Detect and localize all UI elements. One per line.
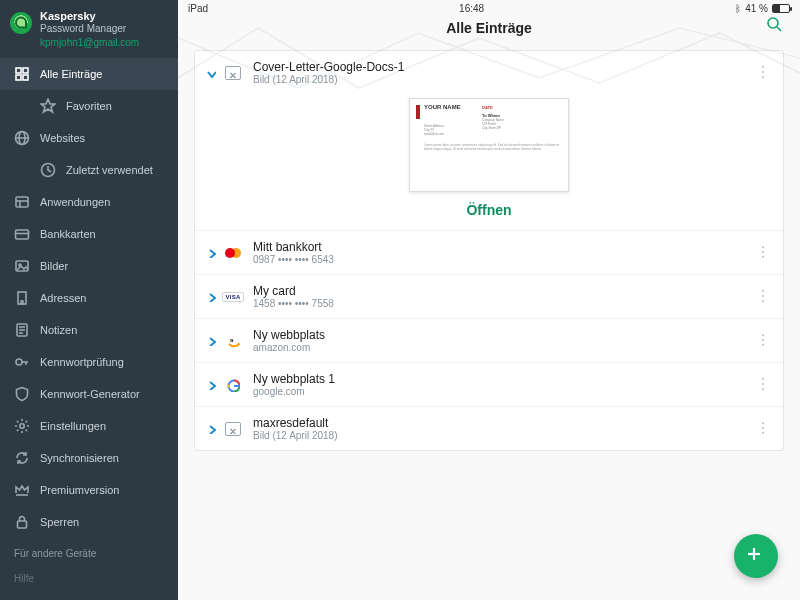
sidebar-item-lock[interactable]: Sperren [0, 506, 178, 538]
sidebar-item-password-check[interactable]: Kennwortprüfung [0, 346, 178, 378]
main-area: iPad 16:48 ᛒ 41 % Alle Einträge Cover-Le… [178, 0, 800, 600]
sidebar-item-applications[interactable]: Anwendungen [0, 186, 178, 218]
chevron-right-icon[interactable] [205, 336, 217, 346]
thumb-name: YOUR NAME [424, 104, 461, 110]
more-button[interactable] [751, 244, 773, 262]
entry-subtitle: Bild (12 April 2018) [253, 74, 751, 85]
entry-title: Ny webbplats 1 [253, 372, 751, 386]
search-button[interactable] [766, 16, 786, 40]
sidebar-item-recent[interactable]: Zuletzt verwendet [0, 154, 178, 186]
clock: 16:48 [459, 3, 484, 14]
entry-row-mitt-bankkort[interactable]: Mitt bankkort 0987 •••• •••• 6543 [195, 230, 783, 274]
sidebar-item-label: Notizen [40, 324, 77, 336]
sidebar-other-devices[interactable]: Für andere Geräte [0, 538, 178, 563]
chevron-right-icon[interactable] [205, 248, 217, 258]
more-button[interactable] [751, 332, 773, 350]
sidebar-item-bankcards[interactable]: Bankkarten [0, 218, 178, 250]
entry-subtitle: google.com [253, 386, 751, 397]
globe-icon [14, 130, 30, 146]
star-icon [40, 98, 56, 114]
sidebar-item-label: Anwendungen [40, 196, 110, 208]
google-icon [223, 375, 243, 395]
shield-icon [14, 386, 30, 402]
kaspersky-logo-icon [10, 12, 32, 34]
sidebar-help[interactable]: Hilfe [0, 563, 178, 588]
entry-title: Mitt bankkort [253, 240, 751, 254]
status-bar: iPad 16:48 ᛒ 41 % [178, 0, 800, 14]
sidebar-item-label: Bilder [40, 260, 68, 272]
entry-subtitle: Bild (12 April 2018) [253, 430, 751, 441]
entry-row-my-card[interactable]: VISA My card 1458 •••• •••• 7558 [195, 274, 783, 318]
entry-title: maxresdefault [253, 416, 751, 430]
sidebar-item-label: Adressen [40, 292, 86, 304]
entry-subtitle: 1458 •••• •••• 7558 [253, 298, 751, 309]
sidebar-item-settings[interactable]: Einstellungen [0, 410, 178, 442]
sidebar-item-images[interactable]: Bilder [0, 250, 178, 282]
sidebar-item-premium[interactable]: Premiumversion [0, 474, 178, 506]
sidebar-item-label: Kennwortprüfung [40, 356, 124, 368]
apps-icon [14, 194, 30, 210]
chevron-right-icon[interactable] [205, 380, 217, 390]
sidebar-nav: Alle Einträge Favoriten Websites Zuletzt… [0, 58, 178, 538]
image-type-icon [223, 63, 243, 83]
entry-row-ny-webbplats-google[interactable]: Ny webbplats 1 google.com [195, 362, 783, 406]
sidebar-item-addresses[interactable]: Adressen [0, 282, 178, 314]
sidebar-item-label: Sperren [40, 516, 79, 528]
sidebar-item-notes[interactable]: Notizen [0, 314, 178, 346]
entry-subtitle: amazon.com [253, 342, 751, 353]
brand-block: Kaspersky Password Manager [0, 0, 178, 41]
entry-row-maxresdefault[interactable]: maxresdefault Bild (12 April 2018) [195, 406, 783, 450]
page-header: Alle Einträge [178, 14, 800, 50]
sidebar-item-label: Websites [40, 132, 85, 144]
lock-icon [14, 514, 30, 530]
account-email[interactable]: kpmjohn1@gmail.com [0, 37, 178, 58]
amazon-icon [223, 331, 243, 351]
battery-label: 41 % [745, 3, 768, 14]
gear-icon [14, 418, 30, 434]
sidebar-item-label: Alle Einträge [40, 68, 102, 80]
sidebar: Kaspersky Password Manager kpmjohn1@gmai… [0, 0, 178, 600]
sidebar-item-label: Favoriten [66, 100, 112, 112]
crown-icon [14, 482, 30, 498]
chevron-right-icon[interactable] [205, 424, 217, 434]
open-button[interactable]: Öffnen [466, 202, 511, 218]
sidebar-item-label: Kennwort-Generator [40, 388, 140, 400]
entry-title: Ny webbplats [253, 328, 751, 342]
sidebar-item-label: Premiumversion [40, 484, 119, 496]
key-icon [14, 354, 30, 370]
more-button[interactable] [751, 64, 773, 82]
chevron-down-icon[interactable] [205, 68, 217, 78]
chevron-right-icon[interactable] [205, 292, 217, 302]
sidebar-item-favorites[interactable]: Favoriten [0, 90, 178, 122]
thumb-date: DATE [482, 105, 493, 110]
document-thumbnail[interactable]: YOUR NAME DATE To Whom Street AddressCit… [409, 98, 569, 192]
entries-card: Cover-Letter-Google-Docs-1 Bild (12 Apri… [194, 50, 784, 451]
sidebar-item-all-entries[interactable]: Alle Einträge [0, 58, 178, 90]
entry-title: My card [253, 284, 751, 298]
sidebar-item-label: Einstellungen [40, 420, 106, 432]
mastercard-icon [223, 243, 243, 263]
sidebar-item-websites[interactable]: Websites [0, 122, 178, 154]
brand-title: Kaspersky [40, 10, 126, 23]
more-button[interactable] [751, 288, 773, 306]
page-title: Alle Einträge [446, 20, 532, 36]
more-button[interactable] [751, 376, 773, 394]
entry-row-cover-letter[interactable]: Cover-Letter-Google-Docs-1 Bild (12 Apri… [195, 51, 783, 230]
device-label: iPad [188, 3, 208, 14]
sidebar-item-password-generator[interactable]: Kennwort-Generator [0, 378, 178, 410]
card-icon [14, 226, 30, 242]
grid-icon [14, 66, 30, 82]
visa-icon: VISA [223, 287, 243, 307]
more-button[interactable] [751, 420, 773, 438]
battery-icon [772, 4, 790, 13]
add-entry-fab[interactable] [734, 534, 778, 578]
brand-subtitle: Password Manager [40, 23, 126, 35]
entry-row-ny-webbplats-amazon[interactable]: Ny webbplats amazon.com [195, 318, 783, 362]
sidebar-item-sync[interactable]: Synchronisieren [0, 442, 178, 474]
sidebar-item-label: Zuletzt verwendet [66, 164, 153, 176]
image-icon [14, 258, 30, 274]
entry-subtitle: 0987 •••• •••• 6543 [253, 254, 751, 265]
sidebar-item-label: Bankkarten [40, 228, 96, 240]
bluetooth-icon: ᛒ [735, 3, 741, 14]
sync-icon [14, 450, 30, 466]
